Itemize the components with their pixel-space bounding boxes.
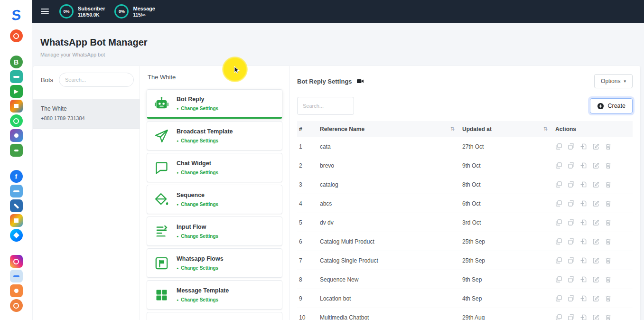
create-button[interactable]: Create [590,98,633,113]
feature-card-whatsapp-flows[interactable]: Whatsapp Flows ● Change Settings [147,248,282,278]
table-row[interactable]: 1 cata 27th Oct [297,137,633,156]
table-row[interactable]: 5 dv dv 3rd Oct [297,213,633,232]
delete-icon[interactable] [605,295,612,302]
copy-icon[interactable] [568,200,575,207]
header-updated-at[interactable]: Updated at ⇅ [460,126,553,132]
delete-icon[interactable] [605,219,612,226]
feature-card-sequence[interactable]: Sequence ● Change Settings [147,185,282,214]
export-icon[interactable] [580,162,587,169]
feature-card-chat-widget[interactable]: Chat Widget ● Change Settings [147,153,282,182]
sort-icon[interactable]: ⇅ [450,126,455,132]
messenger-icon[interactable] [10,229,23,242]
delete-icon[interactable] [605,257,612,264]
copy-icon[interactable] [568,238,575,245]
table-row[interactable]: 6 Catalog Multi Product 25th Sep [297,232,633,251]
delete-icon[interactable] [605,162,612,169]
clone-icon[interactable] [555,238,562,245]
delete-icon[interactable] [605,143,612,150]
change-settings-link[interactable]: ● Change Settings [177,265,224,271]
copy-icon[interactable] [568,276,575,283]
hamburger-menu-icon[interactable] [40,7,50,16]
export-icon[interactable] [580,200,587,207]
edit-icon[interactable] [592,200,599,207]
app-logo[interactable]: S [7,6,26,25]
facebook-icon[interactable]: f [10,170,23,183]
feature-card-bot-reply[interactable]: Bot Reply ● Change Settings [147,89,282,119]
change-settings-link[interactable]: ● Change Settings [177,170,218,175]
change-settings-link[interactable]: ● Change Settings [177,234,218,239]
clone-icon[interactable] [555,143,562,150]
table-row[interactable]: 7 Catalog Single Product 25th Sep [297,251,633,270]
green-play-icon[interactable]: ▶ [10,85,23,98]
change-settings-link[interactable]: ● Change Settings [177,138,233,143]
multi-robot-icon[interactable] [10,270,23,282]
bots-search-input[interactable] [59,73,134,87]
change-settings-link[interactable]: ● Change Settings [177,106,218,111]
export-icon[interactable] [580,181,587,188]
orange-bot-icon[interactable] [10,29,23,42]
table-row[interactable]: 9 Location bot 4th Sep [297,289,633,308]
sort-icon[interactable]: ⇅ [543,126,548,132]
copy-icon[interactable] [568,257,575,264]
export-icon[interactable] [580,295,587,302]
edit-icon[interactable] [592,219,599,226]
clone-icon[interactable] [555,162,562,169]
orange-chat-icon[interactable] [10,284,23,297]
export-icon[interactable] [580,219,587,226]
edit-icon[interactable] [592,162,599,169]
blue-robot-icon[interactable] [10,185,23,198]
copy-icon[interactable] [568,314,575,320]
marketing-flag-icon[interactable] [10,214,23,227]
instagram-icon[interactable] [10,255,23,268]
feature-card-broadcast-template[interactable]: Broadcast Template ● Change Settings [147,121,282,151]
feature-card-next-partial[interactable] [147,312,282,320]
green-b-icon[interactable]: B [10,56,23,68]
table-row[interactable]: 10 Multimedia Chatbot 29th Aug [297,308,633,320]
orange-comments-icon[interactable] [10,299,23,312]
edit-icon[interactable] [592,276,599,283]
clone-icon[interactable] [555,295,562,302]
delete-icon[interactable] [605,238,612,245]
campaign-icon[interactable] [10,100,23,113]
clone-icon[interactable] [555,219,562,226]
edit-icon[interactable] [592,314,599,320]
table-row[interactable]: 3 catalog 8th Oct [297,175,633,194]
delete-icon[interactable] [605,314,612,320]
header-reference-name[interactable]: Reference Name ⇅ [318,126,460,132]
export-icon[interactable] [580,257,587,264]
edit-icon[interactable] [592,143,599,150]
feature-card-message-template[interactable]: Message Template ● Change Settings [147,280,282,310]
clone-icon[interactable] [555,181,562,188]
teal-robot-icon[interactable] [10,70,23,83]
feature-card-input-flow[interactable]: Input Flow ● Change Settings [147,216,282,246]
clone-icon[interactable] [555,314,562,320]
copy-icon[interactable] [568,162,575,169]
change-settings-link[interactable]: ● Change Settings [177,297,229,302]
export-icon[interactable] [580,314,587,320]
whatsapp-icon[interactable] [10,114,23,127]
edit-icon[interactable] [592,257,599,264]
copy-icon[interactable] [568,181,575,188]
reply-search-input[interactable] [297,97,354,115]
tools-icon[interactable] [10,199,23,212]
export-icon[interactable] [580,238,587,245]
shop-bag-icon[interactable] [10,144,23,157]
video-camera-icon[interactable] [356,77,364,85]
copy-icon[interactable] [568,219,575,226]
clone-icon[interactable] [555,257,562,264]
edit-icon[interactable] [592,181,599,188]
clone-icon[interactable] [555,276,562,283]
copy-icon[interactable] [568,143,575,150]
clone-icon[interactable] [555,200,562,207]
delete-icon[interactable] [605,181,612,188]
delete-icon[interactable] [605,200,612,207]
delete-icon[interactable] [605,276,612,283]
export-icon[interactable] [580,143,587,150]
change-settings-link[interactable]: ● Change Settings [177,202,218,207]
edit-icon[interactable] [592,238,599,245]
table-row[interactable]: 4 abcs 6th Oct [297,194,633,213]
export-icon[interactable] [580,276,587,283]
table-row[interactable]: 2 brevo 9th Oct [297,156,633,175]
copy-icon[interactable] [568,295,575,302]
table-row[interactable]: 8 Sequence New 9th Sep [297,270,633,289]
